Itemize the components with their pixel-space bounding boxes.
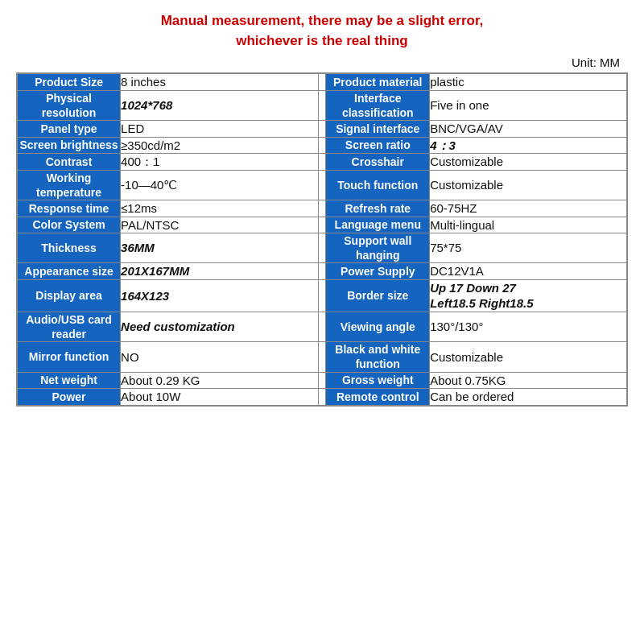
right-label-13: Gross weight	[326, 372, 430, 389]
right-label-11: Viewing angle	[326, 312, 430, 341]
left-value-14: About 10W	[121, 389, 319, 406]
left-label-7: Color System	[17, 217, 121, 233]
header-line1: Manual measurement, there may be a sligh…	[161, 13, 484, 28]
right-label-7: Language menu	[326, 217, 430, 233]
right-label-8: Support wall hanging	[326, 233, 430, 263]
left-label-4: Contrast	[17, 154, 121, 171]
left-label-2: Panel type	[17, 121, 121, 138]
spacer-12	[318, 342, 326, 372]
left-value-13: About 0.29 KG	[121, 372, 319, 389]
spec-table: Product Size8 inchesProduct materialplas…	[16, 72, 628, 406]
left-label-5: Working temperature	[17, 170, 121, 200]
spacer-14	[318, 389, 326, 406]
right-value-14: Can be ordered	[430, 389, 627, 406]
left-value-11: Need customization	[121, 312, 319, 341]
right-label-10: Border size	[326, 279, 430, 312]
right-label-0: Product material	[326, 73, 430, 90]
left-label-3: Screen brightness	[17, 137, 121, 154]
spacer-11	[318, 312, 326, 341]
left-value-1: 1024*768	[121, 90, 319, 120]
left-value-5: -10—40℃	[121, 170, 319, 200]
right-value-6: 60-75HZ	[430, 200, 627, 217]
left-value-10: 164X123	[121, 279, 319, 312]
right-value-2: BNC/VGA/AV	[430, 121, 627, 138]
right-label-12: Black and white function	[326, 342, 430, 372]
right-label-6: Refresh rate	[326, 200, 430, 217]
left-label-11: Audio/USB card reader	[17, 312, 121, 341]
left-value-0: 8 inches	[121, 73, 319, 90]
left-value-12: NO	[121, 342, 319, 372]
left-value-3: ≥350cd/m2	[121, 137, 319, 154]
right-label-9: Power Supply	[326, 263, 430, 280]
spacer-4	[318, 154, 326, 171]
right-value-1: Five in one	[430, 90, 627, 120]
spacer-10	[318, 279, 326, 312]
right-value-13: About 0.75KG	[430, 372, 627, 389]
left-value-6: ≤12ms	[121, 200, 319, 217]
right-label-14: Remote control	[326, 389, 430, 406]
right-value-9: DC12V1A	[430, 263, 627, 280]
left-label-1: Physical resolution	[17, 90, 121, 120]
right-value-8: 75*75	[430, 233, 627, 263]
header: Manual measurement, there may be a sligh…	[0, 0, 644, 72]
left-label-13: Net weight	[17, 372, 121, 389]
left-label-8: Thickness	[17, 233, 121, 263]
right-value-11: 130°/130°	[430, 312, 627, 341]
spacer-5	[318, 170, 326, 200]
spacer-1	[318, 90, 326, 120]
spacer-13	[318, 372, 326, 389]
header-line2: whichever is the real thing	[236, 33, 408, 48]
left-value-8: 36MM	[121, 233, 319, 263]
right-label-1: Interface classification	[326, 90, 430, 120]
left-label-12: Mirror function	[17, 342, 121, 372]
right-value-3: 4：3	[430, 137, 627, 154]
right-label-3: Screen ratio	[326, 137, 430, 154]
right-label-2: Signal interface	[326, 121, 430, 138]
right-value-10: Up 17 Down 27Left18.5 Right18.5	[430, 279, 627, 312]
right-value-5: Customizable	[430, 170, 627, 200]
spacer-6	[318, 200, 326, 217]
left-label-14: Power	[17, 389, 121, 406]
right-value-4: Customizable	[430, 154, 627, 171]
left-label-6: Response time	[17, 200, 121, 217]
right-value-7: Multi-lingual	[430, 217, 627, 233]
left-label-0: Product Size	[17, 73, 121, 90]
spacer-7	[318, 217, 326, 233]
unit-label: Unit: MM	[572, 56, 620, 69]
left-value-9: 201X167MM	[121, 263, 319, 280]
right-value-12: Customizable	[430, 342, 627, 372]
left-label-10: Display area	[17, 279, 121, 312]
right-value-0: plastic	[430, 73, 627, 90]
left-value-2: LED	[121, 121, 319, 138]
spacer-2	[318, 121, 326, 138]
spacer-0	[318, 73, 326, 90]
right-label-4: Crosshair	[326, 154, 430, 171]
spacer-3	[318, 137, 326, 154]
left-label-9: Appearance size	[17, 263, 121, 280]
left-value-4: 400：1	[121, 154, 319, 171]
spacer-9	[318, 263, 326, 280]
right-label-5: Touch function	[326, 170, 430, 200]
spacer-8	[318, 233, 326, 263]
left-value-7: PAL/NTSC	[121, 217, 319, 233]
